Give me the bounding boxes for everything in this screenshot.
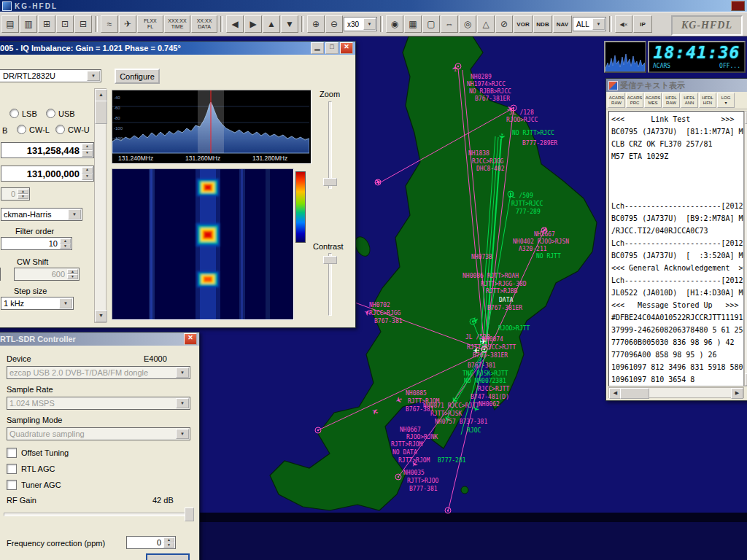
radio-cwu-circle[interactable] xyxy=(55,125,65,134)
cw-shift-spin-buttons[interactable]: ▲▼ xyxy=(67,269,78,279)
step-size-arrow[interactable]: ▼ xyxy=(59,298,72,308)
log-vertical-scrollbar[interactable]: ▲ ▼ xyxy=(744,111,747,386)
rtl-close-button[interactable]: ✕ xyxy=(184,333,197,345)
pan-up-button[interactable]: ▲ xyxy=(263,15,280,33)
text-panel-button-log[interactable]: LOG▾ xyxy=(717,93,735,108)
configure-button[interactable]: Configure xyxy=(115,69,160,84)
small-spinner[interactable]: 0 ▲▼ xyxy=(1,187,30,201)
signal-trace-button[interactable]: ≈ xyxy=(101,15,118,33)
grid-button[interactable]: ▦ xyxy=(404,15,422,33)
contrast-slider[interactable] xyxy=(323,253,336,316)
scroll-right-arrow[interactable]: ▶ xyxy=(731,388,743,399)
text-panel-button-hfdl-raw[interactable]: HFDLRAW xyxy=(662,93,680,108)
data-label-toggle[interactable]: XX:XXDATA xyxy=(191,15,217,33)
received-text-titlebar[interactable]: 受信テキスト表示 xyxy=(606,79,747,92)
route-display-button[interactable]: ✈ xyxy=(119,15,136,33)
flight-level-toggle[interactable]: FLXXFL xyxy=(137,15,163,33)
ndb-toggle[interactable]: NDB xyxy=(533,15,552,33)
zoom-slider-track[interactable] xyxy=(328,101,332,189)
move-map-button[interactable]: ⇔ xyxy=(441,15,458,33)
waterfall-display[interactable] xyxy=(112,168,294,320)
app-close-button[interactable] xyxy=(731,1,745,11)
zoom-slider[interactable] xyxy=(323,101,336,189)
text-panel-button-acars-mes[interactable]: ACARSMES xyxy=(644,93,662,108)
rf-gain-thumb[interactable] xyxy=(185,508,194,521)
text-panel-button-hfdl-ann[interactable]: HFDLANN xyxy=(681,93,698,108)
device-combo-arrow[interactable]: ▼ xyxy=(87,71,100,81)
sampling-mode-arrow[interactable]: ▼ xyxy=(176,429,189,439)
contrast-slider-thumb[interactable] xyxy=(323,256,337,264)
select-area-button[interactable]: ▢ xyxy=(422,15,440,33)
radio-cwl[interactable]: CW-L xyxy=(17,125,50,134)
tuner-agc-checkbox[interactable]: Tuner AGC xyxy=(7,480,61,490)
map-scale-select-arrow[interactable]: ▼ xyxy=(363,18,376,30)
dongle-combo-arrow[interactable]: ▼ xyxy=(176,368,189,378)
aircraft-icon[interactable]: ✈ xyxy=(497,133,507,140)
iq-scroll-down[interactable]: ▼ xyxy=(95,310,107,322)
globe-button[interactable]: ◉ xyxy=(386,15,403,33)
small-spin-buttons[interactable]: ▲▼ xyxy=(18,189,28,199)
sample-rate-combo[interactable]: 1.024 MSPS▼ xyxy=(7,397,190,410)
radio-usb[interactable]: USB xyxy=(46,109,75,118)
filter-order-spin-buttons[interactable]: ▲▼ xyxy=(60,238,71,249)
rtl-agc-box[interactable] xyxy=(7,464,17,474)
radio-lsb[interactable]: LSB xyxy=(9,109,37,118)
hscroll-thumb[interactable] xyxy=(620,388,649,399)
step-size-combo[interactable]: 1 kHz ▼ xyxy=(1,297,74,310)
rf-gain-slider[interactable] xyxy=(4,508,193,521)
offset-tuning-box[interactable] xyxy=(7,448,17,458)
radio-cwl-circle[interactable] xyxy=(17,125,26,134)
iq-close-button[interactable]: ✕ xyxy=(340,42,353,54)
filter-order-spinner[interactable]: 10 ▲▼ xyxy=(1,237,72,250)
rtl-titlebar[interactable]: RTL-SDR Controller ✕ xyxy=(0,332,199,346)
iq-scroll-up[interactable]: ▲ xyxy=(95,89,107,101)
radio-cwu[interactable]: CW-U xyxy=(55,125,90,134)
iq-scroll-thumb[interactable] xyxy=(95,101,107,124)
frequency-display-1[interactable]: 131,258,448 ▲▼ xyxy=(1,142,94,158)
mute-speaker-button[interactable]: ◀× xyxy=(615,15,632,33)
log-horizontal-scrollbar[interactable]: ◀ ▶ xyxy=(608,387,744,398)
window-function-arrow[interactable]: ▼ xyxy=(68,209,81,219)
airline-filter-select-arrow[interactable]: ▼ xyxy=(592,18,605,30)
vor-toggle[interactable]: VOR xyxy=(514,15,533,33)
ip-connect-button[interactable]: IP xyxy=(633,15,652,33)
log-text-area[interactable]: <<< Link Test >>>BC0795 (JA737U) [81:1:M… xyxy=(608,111,744,386)
window-list-button[interactable]: ▤ xyxy=(1,15,19,33)
waypoint-button[interactable]: △ xyxy=(477,15,495,33)
dongle-combo[interactable]: ezcap USB 2.0 DVB-T/DAB/FM dongle▼ xyxy=(7,366,190,379)
radio-usb-circle[interactable] xyxy=(46,109,55,118)
text-panel-button-acars-raw[interactable]: ACARSRAW xyxy=(608,93,625,108)
rtl-sdr-window[interactable]: RTL-SDR Controller ✕ Device E4000 ezcap … xyxy=(0,332,200,560)
app-titlebar[interactable]: KG-HFDL xyxy=(0,0,747,12)
tuner-agc-box[interactable] xyxy=(7,480,17,490)
sampling-mode-combo[interactable]: Quadrature sampling▼ xyxy=(7,427,190,440)
iq-tuner-window[interactable]: 1005 - IQ Imbalance: Gain = 1.021 Phase … xyxy=(0,41,356,328)
device-combo[interactable]: DR/RTL2832U ▼ xyxy=(0,69,101,82)
rtl-bottom-button-cut[interactable] xyxy=(146,553,190,560)
time-label-toggle[interactable]: XXX:XXTIME xyxy=(164,15,190,33)
aircraft-icon[interactable]: ✈ xyxy=(451,65,460,71)
text-panel-button-acars-prc[interactable]: ACARSPRC xyxy=(626,93,643,108)
pan-down-button[interactable]: ▼ xyxy=(281,15,298,33)
zoom-out-button[interactable]: ⊖ xyxy=(325,15,343,33)
freq-correction-spinner[interactable]: 0 ▲▼ xyxy=(126,536,176,549)
pan-right-button[interactable]: ▶ xyxy=(244,15,262,33)
freq1-spin-buttons[interactable]: ▲▼ xyxy=(82,144,93,157)
frequency-display-2[interactable]: 131,000,000 ▲▼ xyxy=(1,166,94,182)
stats-window-button[interactable]: ⊞ xyxy=(38,15,55,33)
window-function-combo[interactable]: ckman-Harris ▼ xyxy=(1,208,82,221)
rtl-agc-checkbox[interactable]: RTL AGC xyxy=(7,464,55,474)
sample-rate-arrow[interactable]: ▼ xyxy=(176,398,189,408)
map-scale-select[interactable]: x30▼ xyxy=(344,17,377,31)
pan-left-button[interactable]: ◀ xyxy=(226,15,244,33)
text-panel-button-hfdl-hfn[interactable]: HFDLHFN xyxy=(699,93,716,108)
zoom-in-button[interactable]: ⊕ xyxy=(307,15,325,33)
rf-gain-track[interactable] xyxy=(4,513,193,516)
freq2-spin-buttons[interactable]: ▲▼ xyxy=(82,167,93,180)
cw-shift-spinner[interactable]: 600 ▲▼ xyxy=(14,268,80,281)
received-text-window[interactable]: 受信テキスト表示 ACARSRAWACARSPRCACARSMESHFDLRAW… xyxy=(605,78,747,401)
iq-titlebar[interactable]: 1005 - IQ Imbalance: Gain = 1.021 Phase … xyxy=(0,42,355,55)
airline-filter-select[interactable]: ALL▼ xyxy=(573,17,606,31)
iq-minimize-button[interactable]: ▁ xyxy=(311,42,324,54)
clear-tracks-button[interactable]: ⊘ xyxy=(495,15,513,33)
